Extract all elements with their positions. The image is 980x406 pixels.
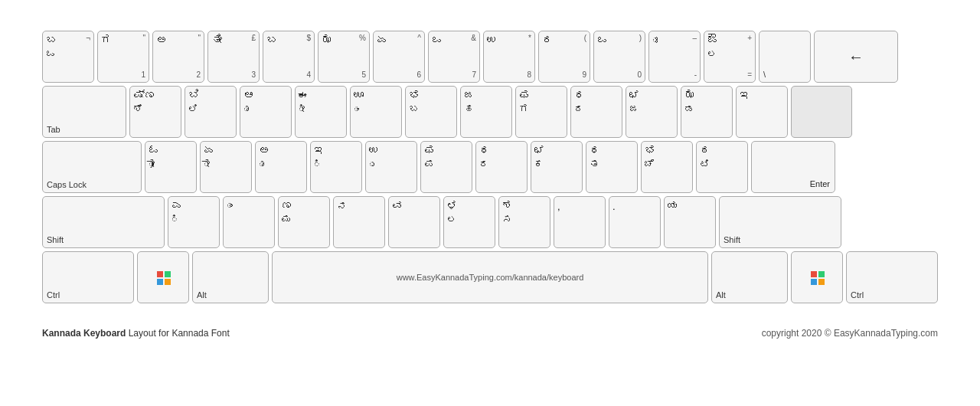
key-g[interactable]: ಉ ು xyxy=(365,141,417,193)
key-y[interactable]: ಭ ಬ xyxy=(405,86,457,138)
key-i[interactable]: ಫ ಗ xyxy=(515,86,567,138)
key-bracket-close[interactable]: ಇ xyxy=(736,86,788,138)
key-b[interactable]: ವ xyxy=(388,196,440,248)
row-shift: Shift ಎ ಿ ಂ ಣ ಮ ನ ವ ಳ ಲ ಶ ಸ , . xyxy=(42,196,938,248)
key-slash[interactable]: ಯ xyxy=(664,196,716,248)
key-backspace[interactable]: ← xyxy=(814,31,898,83)
key-caps-lock[interactable]: Caps Lock xyxy=(42,141,142,193)
row-asdf: Caps Lock ಓ ೋ ಏ ೇ ಅ ಾ ಇ ಿ ಉ ು ಫ ಪ ಥ ರ xyxy=(42,141,938,193)
key-4[interactable]: $ ಬ 4 xyxy=(263,31,315,83)
key-o[interactable]: ಧ ದ xyxy=(570,86,622,138)
key-semicolon[interactable]: ಭ ಚೆ xyxy=(641,141,693,193)
windows-icon-right xyxy=(809,270,825,285)
key-7[interactable]: & ಒ 7 xyxy=(428,31,480,83)
keyboard-container: ¬ ಬ ಒ " ಗ 1 " ಅ 2 £ ತೀ 3 $ ಬ 4 % xyxy=(0,0,980,322)
key-k[interactable]: ಛ ಕ xyxy=(531,141,583,193)
key-1[interactable]: " ಗ 1 xyxy=(97,31,149,83)
row-bottom: Ctrl Alt www.EasyKannadaTyping.com/kanna… xyxy=(42,251,938,303)
footer: Kannada Keyboard Layout for Kannada Font… xyxy=(0,322,980,339)
key-win-left[interactable] xyxy=(137,251,189,303)
key-ctrl-right[interactable]: Ctrl xyxy=(846,251,938,303)
windows-icon xyxy=(155,270,171,285)
key-bracket-open[interactable]: ಝ ಡ xyxy=(681,86,733,138)
key-s[interactable]: ಏ ೇ xyxy=(200,141,252,193)
key-v[interactable]: ನ xyxy=(333,196,385,248)
footer-title: Kannada Keyboard Layout for Kannada Font xyxy=(42,328,230,339)
key-2[interactable]: " ಅ 2 xyxy=(152,31,204,83)
key-win-right[interactable] xyxy=(791,251,843,303)
key-t[interactable]: ಊ ಂ xyxy=(350,86,402,138)
key-shift-right[interactable]: Shift xyxy=(719,196,841,248)
key-j[interactable]: ಥ ರ xyxy=(475,141,528,193)
key-h[interactable]: ಫ ಪ xyxy=(420,141,472,193)
key-comma[interactable]: , xyxy=(554,196,606,248)
key-spacebar[interactable]: www.EasyKannadaTyping.com/kannada/keyboa… xyxy=(272,251,708,303)
key-8[interactable]: * ಉ 8 xyxy=(483,31,535,83)
key-minus[interactable]: – ಃ - xyxy=(648,31,701,83)
key-a[interactable]: ಓ ೋ xyxy=(145,141,197,193)
key-m[interactable]: ಶ ಸ xyxy=(498,196,550,248)
key-alt-right[interactable]: Alt xyxy=(711,251,788,303)
key-z[interactable]: ಎ ಿ xyxy=(168,196,220,248)
key-5[interactable]: % ಝ 5 xyxy=(318,31,370,83)
key-d[interactable]: ಅ ಾ xyxy=(255,141,307,193)
key-n[interactable]: ಳ ಲ xyxy=(443,196,495,248)
key-0[interactable]: ) ಒ 0 xyxy=(593,31,645,83)
footer-copyright: copyright 2020 © EasyKannadaTyping.com xyxy=(762,328,938,339)
key-shift-left[interactable]: Shift xyxy=(42,196,165,248)
key-c[interactable]: ಣ ಮ xyxy=(278,196,330,248)
key-enter-top xyxy=(791,86,852,138)
key-e[interactable]: ಆ ಾ xyxy=(240,86,292,138)
key-enter[interactable]: Enter xyxy=(751,141,835,193)
key-alt-left[interactable]: Alt xyxy=(192,251,269,303)
key-period[interactable]: . xyxy=(609,196,661,248)
row-qwerty: Tab ಷ್ಣ ಶಿ ಬಿ ಲಿ ಆ ಾ ಈ ೀ ಊ ಂ ಭ ಬ ಜ ಹ xyxy=(42,86,938,138)
key-l[interactable]: ಥ ತ xyxy=(586,141,638,193)
key-tab[interactable]: Tab xyxy=(42,86,126,138)
row-numbers: ¬ ಬ ಒ " ಗ 1 " ಅ 2 £ ತೀ 3 $ ಬ 4 % xyxy=(42,31,938,83)
key-q[interactable]: ಷ್ಣ ಶಿ xyxy=(129,86,181,138)
key-p[interactable]: ಛ ಜ xyxy=(626,86,678,138)
key-equals[interactable]: + ಔ ಲ = xyxy=(704,31,756,83)
key-r[interactable]: ಈ ೀ xyxy=(295,86,347,138)
key-quote[interactable]: ಠ ಟಿ xyxy=(696,141,748,193)
key-backslash[interactable]: \ xyxy=(759,31,811,83)
key-ctrl-left[interactable]: Ctrl xyxy=(42,251,134,303)
key-3[interactable]: £ ತೀ 3 xyxy=(207,31,260,83)
key-6[interactable]: ^ ಏ 6 xyxy=(373,31,425,83)
key-x[interactable]: ಂ xyxy=(223,196,275,248)
key-u[interactable]: ಜ ಹ xyxy=(460,86,512,138)
key-tilde[interactable]: ¬ ಬ ಒ xyxy=(42,31,94,83)
key-f[interactable]: ಇ ಿ xyxy=(310,141,362,193)
key-9[interactable]: ( ರ 9 xyxy=(538,31,590,83)
key-w[interactable]: ಬಿ ಲಿ xyxy=(185,86,237,138)
